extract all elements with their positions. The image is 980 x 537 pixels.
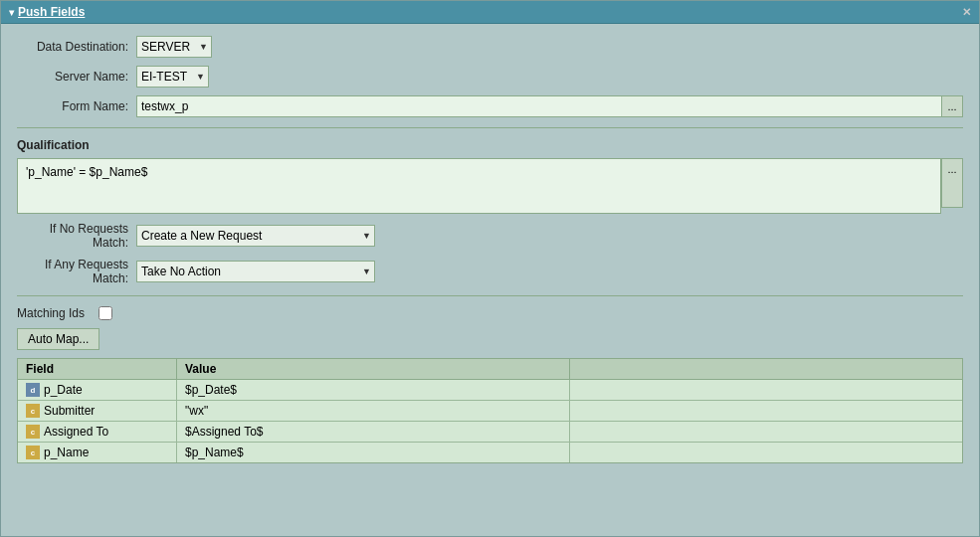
- data-destination-label: Data Destination:: [17, 40, 136, 54]
- matching-ids-label: Matching Ids: [17, 306, 93, 320]
- close-icon[interactable]: ✕: [962, 6, 971, 19]
- qualification-textarea[interactable]: 'p_Name' = $p_Name$: [17, 158, 941, 214]
- auto-map-button[interactable]: Auto Map...: [17, 328, 99, 350]
- data-destination-select-wrapper: SERVER CLIENT ▼: [136, 36, 212, 58]
- cell-value-1: "wx": [177, 401, 570, 421]
- col-header-field: Field: [18, 359, 177, 379]
- qualification-title: Qualification: [17, 138, 963, 152]
- table-header: Field Value: [18, 359, 962, 380]
- any-requests-select[interactable]: Take No Action Create a New Request Over…: [136, 261, 375, 282]
- divider-2: [17, 295, 963, 296]
- cell-extra-3: [570, 443, 963, 462]
- field-name-1: Submitter: [44, 404, 95, 418]
- cell-field-1: c Submitter: [18, 401, 177, 421]
- char-icon-2: c: [26, 425, 40, 439]
- panel-content: Data Destination: SERVER CLIENT ▼ Server…: [1, 24, 979, 475]
- no-requests-row: If No Requests Match: Create a New Reque…: [17, 222, 963, 250]
- field-value-table: Field Value d p_Date $p_Date$ c Submitte…: [17, 358, 963, 463]
- push-fields-panel: ▾ Push Fields ✕ Data Destination: SERVER…: [0, 0, 980, 537]
- qualification-area: 'p_Name' = $p_Name$ ...: [17, 158, 963, 214]
- no-requests-select[interactable]: Create a New Request Take No Action Repo…: [136, 225, 375, 247]
- cell-value-0: $p_Date$: [177, 380, 570, 400]
- panel-title: Push Fields: [18, 5, 85, 19]
- form-name-row: Form Name: ...: [17, 95, 963, 117]
- field-name-0: p_Date: [44, 383, 83, 397]
- matching-ids-checkbox[interactable]: [98, 306, 112, 320]
- cell-value-2: $Assigned To$: [177, 422, 570, 442]
- no-requests-select-wrapper: Create a New Request Take No Action Repo…: [136, 225, 375, 247]
- any-requests-label: If Any Requests Match:: [17, 258, 136, 285]
- date-icon: d: [26, 383, 40, 397]
- panel-header-left: ▾ Push Fields: [9, 5, 85, 19]
- cell-extra-2: [570, 422, 963, 442]
- table-row[interactable]: c Submitter "wx": [18, 401, 962, 422]
- collapse-arrow[interactable]: ▾: [9, 7, 14, 18]
- cell-field-2: c Assigned To: [18, 422, 177, 442]
- table-row[interactable]: d p_Date $p_Date$: [18, 380, 962, 401]
- any-requests-select-wrapper: Take No Action Create a New Request Over…: [136, 261, 375, 282]
- cell-value-3: $p_Name$: [177, 443, 570, 462]
- cell-extra-0: [570, 380, 963, 400]
- panel-header: ▾ Push Fields ✕: [1, 1, 979, 24]
- server-name-select-wrapper: EI-TEST LOCAL ▼: [136, 66, 209, 88]
- form-name-input[interactable]: [136, 95, 941, 117]
- table-row[interactable]: c p_Name $p_Name$: [18, 443, 962, 462]
- col-header-extra: [570, 359, 963, 379]
- field-name-3: p_Name: [44, 446, 89, 459]
- col-header-value: Value: [177, 359, 570, 379]
- form-name-label: Form Name:: [17, 99, 136, 113]
- table-row[interactable]: c Assigned To $Assigned To$: [18, 422, 962, 443]
- cell-field-3: c p_Name: [18, 443, 177, 462]
- no-requests-label: If No Requests Match:: [17, 222, 136, 250]
- char-icon-3: c: [26, 446, 40, 459]
- matching-ids-row: Matching Ids: [17, 306, 963, 320]
- server-name-label: Server Name:: [17, 70, 136, 84]
- server-name-row: Server Name: EI-TEST LOCAL ▼: [17, 66, 963, 88]
- qualification-browse-btn[interactable]: ...: [941, 158, 963, 208]
- server-name-select[interactable]: EI-TEST LOCAL: [136, 66, 209, 88]
- data-destination-row: Data Destination: SERVER CLIENT ▼: [17, 36, 963, 58]
- form-name-browse-btn[interactable]: ...: [941, 95, 963, 117]
- cell-extra-1: [570, 401, 963, 421]
- data-destination-select[interactable]: SERVER CLIENT: [136, 36, 212, 58]
- char-icon: c: [26, 404, 40, 418]
- cell-field-0: d p_Date: [18, 380, 177, 400]
- divider-1: [17, 127, 963, 128]
- form-name-input-wrapper: ...: [136, 95, 963, 117]
- any-requests-row: If Any Requests Match: Take No Action Cr…: [17, 258, 963, 285]
- field-name-2: Assigned To: [44, 425, 108, 439]
